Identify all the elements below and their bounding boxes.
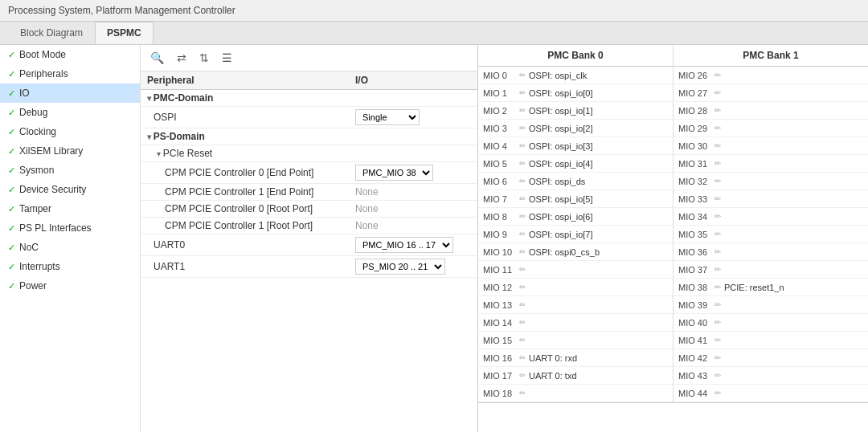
mio-edit-icon[interactable]: ✏	[714, 389, 721, 397]
search-button[interactable]: 🔍	[147, 50, 167, 66]
mio-edit-icon[interactable]: ✏	[519, 283, 526, 291]
sidebar-item-tamper[interactable]: ✓Tamper	[0, 199, 140, 218]
sidebar-item-power[interactable]: ✓Power	[0, 276, 140, 295]
mio-edit-icon[interactable]: ✏	[519, 318, 526, 327]
mio-edit-icon[interactable]: ✏	[714, 336, 721, 344]
table-row: UART0PMC_MIO 16 .. 17	[141, 234, 477, 256]
sidebar-item-peripherals[interactable]: ✓Peripherals	[0, 64, 140, 84]
mio-edit-icon[interactable]: ✏	[714, 106, 721, 115]
sidebar-item-xilsem[interactable]: ✓XilSEM Library	[0, 141, 140, 161]
mio-edit-icon[interactable]: ✏	[519, 106, 526, 115]
mio-edit-icon[interactable]: ✏	[519, 247, 526, 256]
mio-edit-icon[interactable]: ✏	[519, 230, 526, 238]
mio-label: MIO 18	[483, 389, 519, 398]
mio-bank1-header: PMC Bank 1	[674, 45, 868, 67]
chevron-icon[interactable]: ▾	[147, 94, 154, 103]
mio-edit-icon[interactable]: ✏	[519, 194, 526, 203]
mio-edit-icon[interactable]: ✏	[714, 230, 721, 238]
mio-edit-icon[interactable]: ✏	[519, 159, 526, 168]
mio-signal: OSPI: ospi_io[6]	[529, 212, 668, 222]
mio-edit-icon[interactable]: ✏	[714, 141, 721, 150]
chevron-icon[interactable]: ▾	[157, 149, 163, 158]
io-select[interactable]: PMC_MIO 38	[355, 165, 433, 181]
mio-row: MIO 41 ✏	[674, 332, 868, 349]
mio-label: MIO 17	[483, 371, 519, 381]
check-icon: ✓	[8, 69, 15, 79]
mio-edit-icon[interactable]: ✏	[714, 159, 721, 168]
mio-edit-icon[interactable]: ✏	[714, 71, 721, 79]
mio-edit-icon[interactable]: ✏	[714, 247, 721, 256]
mio-edit-icon[interactable]: ✏	[714, 265, 721, 274]
mio-row: MIO 9 ✏ OSPI: ospi_io[7]	[478, 226, 673, 243]
sidebar-item-label: NoC	[19, 242, 39, 253]
mio-signal: OSPI: ospi_io[0]	[529, 88, 668, 98]
sidebar-item-debug[interactable]: ✓Debug	[0, 103, 140, 122]
mio-edit-icon[interactable]: ✏	[714, 124, 721, 132]
mio-edit-icon[interactable]: ✏	[519, 212, 526, 221]
mio-edit-icon[interactable]: ✏	[714, 88, 721, 97]
mio-edit-icon[interactable]: ✏	[714, 353, 721, 362]
mio-edit-icon[interactable]: ✏	[714, 318, 721, 327]
list-button[interactable]: ☰	[219, 50, 235, 66]
sidebar-item-device-security[interactable]: ✓Device Security	[0, 180, 140, 199]
sidebar-item-ps-pl[interactable]: ✓PS PL Interfaces	[0, 218, 140, 238]
mio-panel: PMC Bank 0 MIO 0 ✏ OSPI: ospi_clk MIO 1 …	[478, 45, 868, 432]
io-value[interactable]: PMC_MIO 38	[349, 162, 477, 184]
collapse-button[interactable]: ⇅	[196, 50, 212, 66]
mio-row: MIO 35 ✏	[674, 226, 868, 243]
sidebar-item-boot-mode[interactable]: ✓Boot Mode	[0, 45, 140, 64]
peripheral-label: UART1	[141, 256, 349, 278]
check-icon: ✓	[8, 223, 15, 234]
mio-edit-icon[interactable]: ✏	[519, 88, 526, 97]
mio-edit-icon[interactable]: ✏	[714, 194, 721, 203]
table-row: OSPISingle	[141, 107, 477, 128]
check-icon: ✓	[8, 242, 15, 253]
mio-edit-icon[interactable]: ✏	[519, 300, 526, 309]
io-select[interactable]: PS_MIO 20 .. 21	[355, 259, 445, 275]
mio-edit-icon[interactable]: ✏	[519, 336, 526, 344]
sidebar-item-label: Tamper	[19, 203, 51, 214]
mio-edit-icon[interactable]: ✏	[714, 371, 721, 380]
io-value[interactable]: PMC_MIO 16 .. 17	[349, 234, 477, 256]
sidebar-item-clocking[interactable]: ✓Clocking	[0, 122, 140, 141]
mio-edit-icon[interactable]: ✏	[519, 371, 526, 380]
tab-pspmc[interactable]: PSPMC	[95, 22, 154, 44]
mio-row: MIO 26 ✏	[674, 67, 868, 84]
mio-edit-icon[interactable]: ✏	[714, 283, 721, 291]
mio-edit-icon[interactable]: ✏	[519, 71, 526, 79]
tab-block-diagram[interactable]: Block Diagram	[8, 22, 95, 44]
mio-label: MIO 16	[483, 353, 519, 363]
sidebar-item-io[interactable]: ✓IO	[0, 84, 140, 103]
io-select[interactable]: Single	[355, 109, 420, 125]
table-row: CPM PCIE Controller 1 [Root Port]None	[141, 218, 477, 234]
mio-edit-icon[interactable]: ✏	[519, 177, 526, 185]
mio-label: MIO 11	[483, 265, 519, 275]
mio-label: MIO 27	[678, 88, 714, 98]
mio-edit-icon[interactable]: ✏	[519, 124, 526, 132]
io-select[interactable]: PMC_MIO 16 .. 17	[355, 237, 453, 253]
mio-edit-icon[interactable]: ✏	[519, 265, 526, 274]
expand-button[interactable]: ⇄	[174, 50, 190, 66]
sidebar-item-label: Interrupts	[19, 261, 60, 272]
table-row: UART1PS_MIO 20 .. 21	[141, 256, 477, 278]
table-row: ▾ PCIe Reset	[141, 145, 477, 162]
mio-edit-icon[interactable]: ✏	[714, 212, 721, 221]
mio-signal: OSPI: ospi_ds	[529, 177, 668, 186]
io-value[interactable]: Single	[349, 107, 477, 128]
mio-edit-icon[interactable]: ✏	[714, 177, 721, 185]
sidebar-item-sysmon[interactable]: ✓Sysmon	[0, 161, 140, 180]
mio-row: MIO 43 ✏	[674, 367, 868, 385]
mio-edit-icon[interactable]: ✏	[714, 300, 721, 309]
sidebar-item-interrupts[interactable]: ✓Interrupts	[0, 257, 140, 276]
mio-columns: PMC Bank 0 MIO 0 ✏ OSPI: ospi_clk MIO 1 …	[478, 45, 868, 403]
sidebar-item-noc[interactable]: ✓NoC	[0, 238, 140, 257]
chevron-icon[interactable]: ▾	[147, 132, 154, 141]
mio-edit-icon[interactable]: ✏	[519, 141, 526, 150]
peripheral-table: Peripheral I/O ▾ PMC-DomainOSPISingle▾ P…	[141, 71, 477, 278]
mio-edit-icon[interactable]: ✏	[519, 389, 526, 397]
mio-label: MIO 0	[483, 71, 519, 80]
table-row: CPM PCIE Controller 0 [End Point]PMC_MIO…	[141, 162, 477, 184]
mio-label: MIO 31	[678, 159, 714, 169]
io-value[interactable]: PS_MIO 20 .. 21	[349, 256, 477, 278]
mio-edit-icon[interactable]: ✏	[519, 353, 526, 362]
